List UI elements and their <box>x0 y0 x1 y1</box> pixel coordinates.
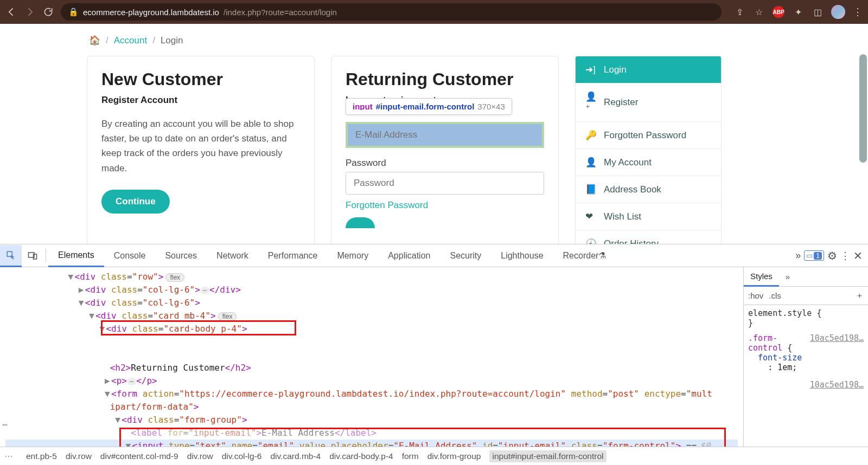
account-sidebar: ➜]Login 👤⁺Register 🔑Forgotten Password 👤… <box>575 56 722 244</box>
continue-button[interactable]: Continue <box>101 190 170 214</box>
tab-security[interactable]: Security <box>440 244 491 267</box>
dom-tree[interactable]: ▼<div class="row">flex ▶<div class="col-… <box>0 267 743 447</box>
sidebar-item-orderhistory[interactable]: 🕘Order History <box>576 230 721 244</box>
new-customer-body: By creating an account you will be able … <box>101 117 300 176</box>
browser-toolbar: 🔒 ecommerce-playground.lambdatest.io/ind… <box>0 0 868 24</box>
breadcrumb-account[interactable]: Account <box>114 35 147 46</box>
sidebar-item-forgotten[interactable]: 🔑Forgotten Password <box>576 122 721 149</box>
cls-toggle[interactable]: .cls <box>769 291 781 300</box>
abp-icon[interactable]: ABP <box>773 6 784 18</box>
tab-recorder[interactable]: Recorder ⚗ <box>553 244 616 267</box>
css-file-link-2[interactable]: 10ac5ed198… <box>810 380 864 390</box>
url-host: ecommerce-playground.lambdatest.io <box>83 8 219 17</box>
back-icon[interactable] <box>5 6 17 18</box>
crumb-overflow-icon[interactable]: ⋯ <box>4 451 14 461</box>
hov-toggle[interactable]: :hov <box>748 291 763 300</box>
tab-application[interactable]: Application <box>378 244 440 267</box>
sidebar-item-register[interactable]: 👤⁺Register <box>576 83 721 122</box>
returning-customer-card: Returning Customer I am a returning cust… <box>331 56 559 244</box>
password-label: Password <box>346 158 544 169</box>
sidebar-item-login[interactable]: ➜]Login <box>576 56 721 83</box>
share-icon[interactable]: ⇪ <box>733 6 745 18</box>
tab-network[interactable]: Network <box>207 244 258 267</box>
menu-icon[interactable]: ⋮ <box>853 6 863 18</box>
inspect-tooltip: input#input-email.form-control 370×43 <box>346 98 512 115</box>
inspect-element-icon[interactable] <box>0 245 22 267</box>
url-path: /index.php?route=account/login <box>224 8 337 17</box>
star-icon[interactable]: ☆ <box>753 6 765 18</box>
forgot-password-link[interactable]: Forgotten Password <box>346 200 428 211</box>
panel-icon[interactable]: ◫ <box>812 6 824 18</box>
device-toggle-icon[interactable] <box>22 244 43 267</box>
styles-more-icon[interactable]: » <box>779 267 796 286</box>
address-bar[interactable]: 🔒 ecommerce-playground.lambdatest.io/ind… <box>61 3 722 21</box>
sidebar-item-addressbook[interactable]: 📘Address Book <box>576 176 721 203</box>
devtools-panel: Elements Console Sources Network Perform… <box>0 244 868 465</box>
styles-tab[interactable]: Styles <box>744 268 779 287</box>
book-icon: 📘 <box>585 184 596 195</box>
tab-console[interactable]: Console <box>104 244 156 267</box>
key-icon: 🔑 <box>585 130 596 141</box>
dom-selected-line[interactable]: ▼<input type="text" name="email" value p… <box>5 440 738 447</box>
flask-icon: ⚗ <box>598 250 606 261</box>
returning-title: Returning Customer <box>346 69 544 89</box>
settings-icon[interactable]: ⚙ <box>827 249 837 262</box>
page-content: 🏠 / Account / Login New Customer Registe… <box>0 24 868 244</box>
reload-icon[interactable] <box>42 6 54 18</box>
home-icon[interactable]: 🏠 <box>89 35 100 46</box>
css-file-link[interactable]: 10ac5ed198… <box>810 333 864 343</box>
email-input-highlighted: input#input-email.form-control 370×43 <box>346 122 544 148</box>
devtools-tabs: Elements Console Sources Network Perform… <box>0 244 868 267</box>
breadcrumb-login: Login <box>161 35 183 46</box>
login-icon: ➜] <box>585 64 596 75</box>
extensions-icon[interactable]: ✦ <box>792 6 804 18</box>
history-icon: 🕘 <box>585 238 596 244</box>
overflow-dots-icon: ⋯ <box>2 418 9 431</box>
tab-sources[interactable]: Sources <box>155 244 207 267</box>
new-customer-title: New Customer <box>101 69 300 89</box>
tab-elements[interactable]: Elements <box>48 245 104 267</box>
password-field[interactable] <box>346 172 544 195</box>
tab-memory[interactable]: Memory <box>327 244 378 267</box>
sidebar-item-myaccount[interactable]: 👤My Account <box>576 149 721 176</box>
breadcrumb: 🏠 / Account / Login <box>87 30 781 56</box>
dom-breadcrumb[interactable]: ⋯ ent.pb-5 div.row div#content.col-md-9 … <box>0 447 868 465</box>
profile-avatar[interactable] <box>831 5 845 19</box>
styles-pane: Styles » :hov .cls ＋ element.style { } 1… <box>743 267 868 447</box>
close-devtools-icon[interactable]: ✕ <box>853 249 863 262</box>
lock-icon: 🔒 <box>68 7 79 17</box>
more-tabs-icon[interactable]: » <box>795 250 801 261</box>
scrollbar-thumb[interactable] <box>859 54 867 163</box>
new-customer-card: New Customer Register Account By creatin… <box>87 56 315 244</box>
tab-lighthouse[interactable]: Lighthouse <box>491 244 553 267</box>
new-customer-subtitle: Register Account <box>101 95 300 106</box>
heart-icon: ❤ <box>585 211 596 222</box>
issues-icon[interactable]: ▭1 <box>804 250 824 261</box>
login-button-peek[interactable] <box>346 217 375 228</box>
user-plus-icon: 👤⁺ <box>585 91 596 114</box>
add-rule-icon[interactable]: ＋ <box>856 290 864 301</box>
user-icon: 👤 <box>585 157 596 168</box>
forward-icon[interactable] <box>24 6 36 18</box>
sidebar-item-wishlist[interactable]: ❤Wish List <box>576 203 721 230</box>
tab-performance[interactable]: Performance <box>258 244 328 267</box>
email-field[interactable] <box>348 124 542 146</box>
devtools-menu-icon[interactable]: ⋮ <box>840 250 850 262</box>
